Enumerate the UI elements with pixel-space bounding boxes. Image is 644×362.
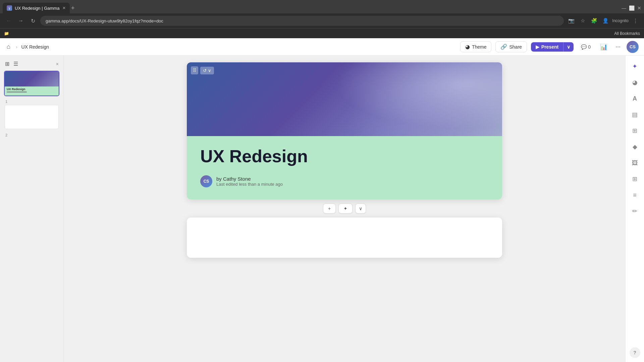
comments-button[interactable]: 💬 0 — [578, 42, 594, 52]
more-options-button[interactable]: ··· — [613, 41, 623, 52]
text-format-button[interactable]: A — [628, 92, 642, 105]
browser-tab-controls: — ⬜ ✕ — [622, 5, 641, 11]
more-icon: ··· — [615, 43, 621, 50]
browser-tab-active[interactable]: γ UX Redesign | Gamma ✕ — [3, 3, 70, 13]
bookmark-star-icon[interactable]: ☆ — [578, 16, 587, 25]
slide-1-bg-top — [5, 71, 59, 86]
forward-button[interactable]: → — [16, 16, 25, 25]
slide-card-1[interactable]: ⠿ ↺ ∨ UX Redesign CS — [187, 62, 502, 199]
author-last-edited: Last edited less than a minute ago — [216, 182, 283, 187]
new-tab-button[interactable]: + — [71, 5, 75, 12]
user-avatar-button[interactable]: CS — [627, 41, 639, 53]
present-main[interactable]: ▶ Present — [531, 42, 563, 52]
slide-1-bg-bottom: UX Redesign — [5, 86, 59, 96]
theme-button[interactable]: ◕ Theme — [460, 41, 492, 52]
slide-panel-close-button[interactable]: × — [55, 61, 59, 67]
slide-1-preview: UX Redesign — [5, 71, 59, 96]
present-button[interactable]: ▶ Present ∨ — [531, 42, 574, 52]
slide-1-thumb-label: UX Redesign — [7, 87, 57, 91]
slide-2-blank — [5, 105, 59, 129]
nav-actions: 📷 ☆ 🧩 👤 Incognito ⋮ — [567, 16, 640, 25]
grid-view-button[interactable]: ⊞ — [4, 60, 10, 68]
text-format-icon: A — [633, 95, 637, 102]
help-button[interactable]: ? — [630, 347, 640, 358]
between-slides-toolbar: + ✦ ∨ — [323, 199, 366, 218]
theme-icon: ◕ — [465, 44, 470, 50]
app-container: ⌂ › UX Redesign ◕ Theme 🔗 Share ▶ Presen… — [0, 38, 644, 362]
slide-thumbnail-1[interactable]: UX Redesign — [4, 71, 59, 96]
browser-chrome: γ UX Redesign | Gamma ✕ + — ⬜ ✕ ← → ↻ 📷 … — [0, 0, 644, 38]
ai-star-icon: ✦ — [632, 63, 637, 70]
cards-icon: ▤ — [632, 111, 638, 118]
slide-card-2[interactable] — [187, 218, 502, 258]
ai-icon: ✦ — [343, 206, 347, 211]
share-button[interactable]: 🔗 Share — [495, 41, 527, 52]
canvas-area[interactable]: ⠿ ↺ ∨ UX Redesign CS — [64, 56, 625, 362]
undo-icon: ↺ — [203, 68, 207, 73]
home-button[interactable]: ⌂ — [5, 42, 12, 52]
bookmarks-icon: 📁 — [4, 31, 9, 36]
theme-sidebar-button[interactable]: ◕ — [628, 76, 642, 89]
slide-1-thumb-line — [7, 92, 27, 93]
table-icon: ⊞ — [632, 175, 637, 183]
profile-icon[interactable]: 👤 — [601, 16, 610, 25]
slide-1-info: UX Redesign — [5, 86, 59, 94]
back-button[interactable]: ← — [4, 16, 13, 25]
browser-tab-bar: γ UX Redesign | Gamma ✕ + — ⬜ ✕ — [0, 0, 644, 13]
incognito-label: Incognito — [612, 18, 629, 23]
shapes-button[interactable]: ◆ — [628, 140, 642, 154]
present-dropdown-button[interactable]: ∨ — [563, 42, 574, 52]
chart-button[interactable]: 📊 — [598, 41, 609, 53]
slide-thumbnail-2[interactable] — [4, 104, 59, 130]
right-sidebar: ✦ ◕ A ▤ ⊞ ◆ 🖼 ⊞ ≡ — [625, 56, 644, 362]
add-icon: + — [328, 206, 331, 211]
grip-icon: ⠿ — [193, 68, 196, 73]
minimize-button[interactable]: — — [622, 5, 626, 11]
main-area: ⊞ ☰ × UX Redesign 1 — [0, 56, 644, 362]
restore-button[interactable]: ⬜ — [629, 5, 635, 11]
slide-panel-header: ⊞ ☰ × — [4, 60, 59, 68]
shapes-icon: ◆ — [633, 143, 637, 150]
slide-bg-swirl-decoration — [313, 62, 502, 136]
ai-assistant-button[interactable]: ✦ — [628, 60, 642, 73]
right-sidebar-bottom: ? — [630, 347, 640, 358]
bookmarks-bar: 📁 All Bookmarks — [0, 28, 644, 38]
chart-icon: 📊 — [600, 44, 607, 50]
tab-close-icon[interactable]: ✕ — [62, 6, 66, 10]
add-slide-button[interactable]: + — [323, 203, 336, 214]
browser-menu-button[interactable]: ⋮ — [631, 16, 640, 25]
slide-1-number: 1 — [4, 99, 59, 104]
layout-icon: ⊞ — [632, 127, 637, 134]
layout-button[interactable]: ⊞ — [628, 124, 642, 137]
slide-author-row: CS by Cathy Stone Last edited less than … — [200, 175, 489, 187]
close-window-button[interactable]: ✕ — [637, 5, 641, 11]
cards-button[interactable]: ▤ — [628, 108, 642, 121]
share-icon: 🔗 — [500, 44, 507, 50]
media-icon: ≡ — [633, 192, 637, 199]
slide-panel-icons: ⊞ ☰ — [4, 60, 19, 68]
dropdown-chevron-icon: ∨ — [359, 206, 362, 211]
browser-extension-icon[interactable]: 🧩 — [589, 16, 599, 25]
list-view-button[interactable]: ☰ — [12, 60, 19, 68]
slide-undo-button[interactable]: ↺ ∨ — [200, 67, 214, 74]
tab-title: UX Redesign | Gamma — [15, 6, 60, 11]
ai-generate-button[interactable]: ✦ — [338, 203, 353, 214]
slide-title[interactable]: UX Redesign — [200, 147, 489, 166]
media-button[interactable]: ≡ — [628, 188, 642, 202]
tab-favicon: γ — [7, 5, 12, 11]
slide-content-area[interactable]: UX Redesign CS by Cathy Stone Last edite… — [187, 136, 502, 199]
camera-icon[interactable]: 📷 — [567, 16, 576, 25]
slide-2-number: 2 — [4, 132, 59, 138]
slide-grip-button[interactable]: ⠿ — [191, 66, 198, 74]
reload-button[interactable]: ↻ — [28, 16, 38, 25]
address-bar[interactable] — [40, 16, 564, 26]
edit-button[interactable]: ✏ — [628, 204, 642, 218]
image-icon: 🖼 — [632, 160, 638, 167]
undo-chevron: ∨ — [208, 68, 211, 73]
table-button[interactable]: ⊞ — [628, 172, 642, 186]
comments-icon: 💬 — [581, 44, 587, 50]
image-button[interactable]: 🖼 — [628, 156, 642, 170]
between-dropdown-button[interactable]: ∨ — [355, 203, 366, 214]
author-name: by Cathy Stone — [216, 176, 283, 182]
author-info: by Cathy Stone Last edited less than a m… — [216, 176, 283, 187]
